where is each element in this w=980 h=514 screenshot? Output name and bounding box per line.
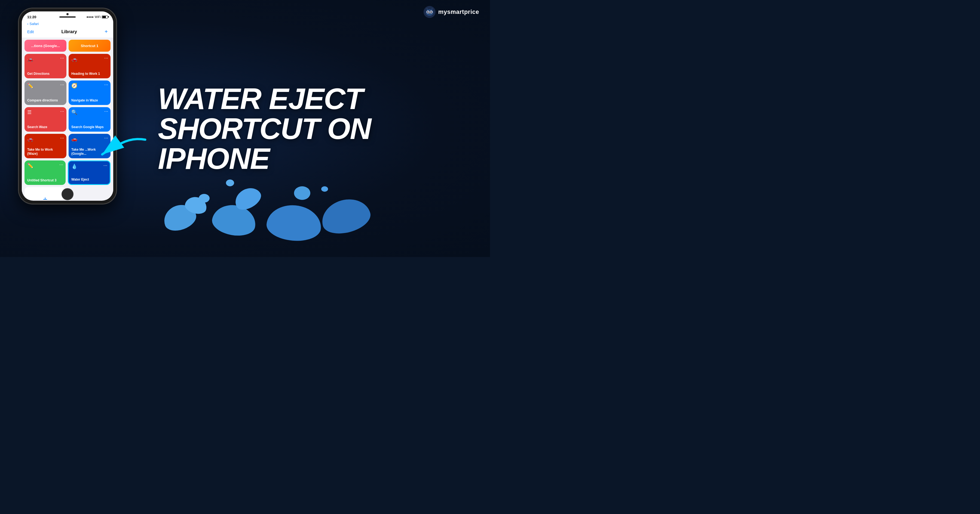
card-label: Compare directions [27, 98, 64, 103]
signal-icon: ●●●● [86, 15, 94, 19]
phone-home-button[interactable] [62, 188, 73, 200]
svg-point-5 [430, 11, 432, 13]
card-menu-dots[interactable]: ··· [103, 163, 108, 168]
shortcut-row-1: ··· 🚗 Get Directions ··· 🚗 Heading to Wo… [24, 54, 111, 78]
shortcut-search-waze[interactable]: ··· ☰ Search Waze [24, 107, 67, 132]
safari-nav-bar: ‹ Safari [22, 21, 113, 27]
main-heading: WATER EJECT SHORTCUT ON IPHONE [158, 84, 468, 173]
card-icon-pencil2: ✏️ [27, 163, 63, 169]
card-label: Take Me to Work (Waze) [27, 148, 64, 156]
shortcut-heading-work[interactable]: ··· 🚗 Heading to Work 1 [68, 54, 111, 78]
card-icon-car: 🚗 [27, 56, 64, 62]
card-menu-dots[interactable]: ··· [104, 56, 108, 60]
card-menu-dots[interactable]: ··· [60, 109, 64, 114]
card-icon-search-waze: ☰ [27, 109, 64, 115]
shortcuts-grid: ...tions (Google... Shortcut 1 ··· 🚗 Get… [22, 38, 113, 200]
wifi-icon: WiFi [95, 15, 101, 19]
shortcut-row-3: ··· ☰ Search Waze ··· 🔍 Search Google Ma… [24, 107, 111, 132]
card-icon-car2: 🚗 [71, 56, 108, 62]
card-icon-car4: 🚗 [71, 136, 108, 142]
card-icon-car3: 🚗 [27, 136, 64, 142]
edit-button[interactable]: Edit [27, 30, 34, 34]
shortcut-water-eject[interactable]: ··· 💧 Water Eject [68, 160, 111, 185]
card-label: Heading to Work 1 [71, 72, 108, 76]
logo-area: mysmartprice [423, 6, 479, 18]
card-label: Search Google Maps [71, 125, 108, 130]
card-label: Get Directions [27, 72, 64, 76]
card-icon-search: 🔍 [71, 109, 108, 115]
shortcut-untitled-3[interactable]: ··· ✏️ Untitled Shortcut 3 [24, 160, 65, 185]
card-icon-water-drop: 💧 [71, 163, 107, 170]
phone-speaker [59, 16, 76, 17]
card-menu-dots[interactable]: ··· [104, 109, 108, 114]
shortcut-compare-directions[interactable]: ··· ✏️ Compare directions [24, 81, 67, 105]
mysmartprice-logo-icon [423, 6, 436, 18]
card-icon-compass: 🧭 [71, 82, 108, 89]
svg-point-7 [431, 11, 432, 12]
card-icon-pencil: ✏️ [27, 82, 64, 89]
card-label: Navigate in Waze [71, 98, 108, 103]
phone-screen: 11:20 ●●●● WiFi ‹ Safari Edit Library + [22, 11, 113, 201]
add-shortcut-button[interactable]: + [105, 29, 108, 35]
svg-point-6 [428, 11, 428, 12]
shortcut-item-google[interactable]: ...tions (Google... [24, 40, 67, 52]
shortcut-take-work-waze[interactable]: ··· 🚗 Take Me to Work (Waze) [24, 134, 67, 158]
top-shortcut-row: ...tions (Google... Shortcut 1 [24, 40, 111, 52]
shortcut-row-5: ··· ✏️ Untitled Shortcut 3 ··· 💧 Water E… [24, 160, 111, 185]
status-icons: ●●●● WiFi [86, 15, 108, 19]
card-label: Search Waze [27, 125, 64, 130]
card-menu-dots[interactable]: ··· [60, 82, 64, 87]
shortcut-get-directions[interactable]: ··· 🚗 Get Directions [24, 54, 67, 78]
content-area: WATER EJECT SHORTCUT ON IPHONE [136, 0, 490, 257]
library-title: Library [61, 29, 77, 35]
status-time: 11:20 [27, 15, 36, 19]
card-menu-dots[interactable]: ··· [60, 56, 64, 60]
heading-line1: WATER EJECT [158, 84, 468, 114]
battery-icon [102, 16, 108, 19]
shortcut-navigate-waze[interactable]: ··· 🧭 Navigate in Waze [68, 81, 111, 105]
heading-line2: SHORTCUT ON IPHONE [158, 114, 468, 173]
card-menu-dots[interactable]: ··· [59, 163, 64, 167]
card-menu-dots[interactable]: ··· [60, 136, 64, 140]
phone-camera [67, 13, 68, 15]
shortcut-item-1[interactable]: Shortcut 1 [68, 40, 111, 52]
card-label: Water Eject [71, 178, 107, 182]
add-shortcut-card[interactable]: + [24, 187, 66, 200]
card-menu-dots[interactable]: ··· [104, 82, 108, 87]
shortcut-row-2: ··· ✏️ Compare directions ··· 🧭 Navigate… [24, 81, 111, 105]
phone-mockup: 11:20 ●●●● WiFi ‹ Safari Edit Library + [19, 8, 116, 204]
library-header: Edit Library + [22, 27, 113, 38]
shortcut-search-google-maps[interactable]: ··· 🔍 Search Google Maps [68, 107, 111, 132]
back-label: Safari [29, 22, 39, 26]
brand-name: mysmartprice [438, 8, 479, 16]
card-label: Untitled Shortcut 3 [27, 178, 63, 183]
shortcut-row-4: ··· 🚗 Take Me to Work (Waze) ··· 🚗 Take … [24, 134, 111, 158]
svg-point-4 [427, 11, 429, 13]
back-arrow-icon: ‹ [27, 22, 28, 26]
